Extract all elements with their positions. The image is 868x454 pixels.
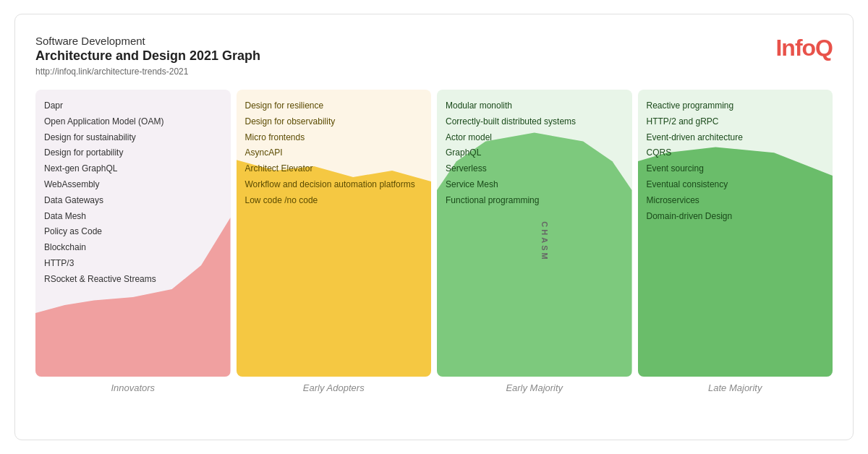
list-item: Service Mesh bbox=[446, 179, 624, 191]
header-url: http://infoq.link/architecture-trends-20… bbox=[35, 67, 833, 77]
list-item: Serverless bbox=[446, 163, 624, 175]
column-innovators: DaprOpen Application Model (OAM)Design f… bbox=[35, 90, 231, 393]
column-early-majority: CHASM Modular monolithCorrectly-built di… bbox=[437, 90, 632, 393]
early-majority-label: Early Majority bbox=[437, 382, 632, 393]
list-item: Actor model bbox=[446, 132, 624, 144]
header-line2: Architecture and Design 2021 Graph bbox=[35, 48, 833, 64]
late-majority-label: Late Majority bbox=[638, 382, 833, 393]
list-item: Correctly-built distributed systems bbox=[446, 116, 624, 128]
list-item: Architect Elevator bbox=[245, 163, 423, 175]
chart-area: DaprOpen Application Model (OAM)Design f… bbox=[35, 90, 833, 393]
early-adopters-content: Design for resilienceDesign for observab… bbox=[237, 90, 432, 377]
innovators-content: DaprOpen Application Model (OAM)Design f… bbox=[35, 90, 231, 377]
list-item: Modular monolith bbox=[446, 100, 624, 112]
list-item: Policy as Code bbox=[44, 226, 222, 238]
late-majority-items: Reactive programmingHTTP/2 and gRPCEvent… bbox=[638, 90, 833, 232]
list-item: CQRS bbox=[647, 147, 825, 159]
list-item: RSocket & Reactive Streams bbox=[44, 273, 222, 286]
list-item: WebAssembly bbox=[44, 179, 222, 191]
list-item: Data Gateways bbox=[44, 194, 222, 207]
early-majority-content: Modular monolithCorrectly-built distribu… bbox=[437, 90, 632, 377]
list-item: Event sourcing bbox=[647, 163, 825, 175]
list-item: Eventual consistency bbox=[647, 179, 825, 191]
list-item: Open Application Model (OAM) bbox=[44, 116, 222, 128]
list-item: Reactive programming bbox=[647, 100, 825, 112]
list-item: Blockchain bbox=[44, 241, 222, 254]
list-item: Event-driven architecture bbox=[647, 132, 825, 144]
column-late-majority: Reactive programmingHTTP/2 and gRPCEvent… bbox=[638, 90, 833, 393]
list-item: Workflow and decision automation platfor… bbox=[245, 179, 423, 191]
column-early-adopters: Design for resilienceDesign for observab… bbox=[237, 90, 432, 393]
list-item: Microservices bbox=[647, 194, 825, 207]
innovators-items: DaprOpen Application Model (OAM)Design f… bbox=[35, 90, 231, 296]
logo-text1: Info bbox=[775, 35, 815, 61]
early-adopters-label: Early Adopters bbox=[237, 382, 432, 393]
chart-container: Software Development Architecture and De… bbox=[14, 14, 854, 440]
list-item: Domain-driven Design bbox=[647, 210, 825, 223]
list-item: HTTP/3 bbox=[44, 257, 222, 270]
list-item: Low code /no code bbox=[245, 194, 423, 207]
header-line1: Software Development bbox=[35, 35, 833, 47]
list-item: HTTP/2 and gRPC bbox=[647, 116, 825, 128]
early-adopters-items: Design for resilienceDesign for observab… bbox=[237, 90, 432, 217]
list-item: Functional programming bbox=[446, 194, 624, 207]
logo-text2: Q bbox=[815, 35, 833, 61]
list-item: Data Mesh bbox=[44, 210, 222, 223]
late-majority-content: Reactive programmingHTTP/2 and gRPCEvent… bbox=[638, 90, 833, 377]
list-item: Design for sustainability bbox=[44, 132, 222, 144]
innovators-label: Innovators bbox=[35, 382, 231, 393]
list-item: GraphQL bbox=[446, 147, 624, 159]
list-item: Dapr bbox=[44, 100, 222, 112]
list-item: AsyncAPI bbox=[245, 147, 423, 159]
list-item: Design for resilience bbox=[245, 100, 423, 112]
list-item: Design for portability bbox=[44, 147, 222, 159]
header: Software Development Architecture and De… bbox=[35, 35, 833, 77]
early-majority-items: Modular monolithCorrectly-built distribu… bbox=[437, 90, 632, 217]
list-item: Micro frontends bbox=[245, 132, 423, 144]
infoq-logo: InfoQ bbox=[775, 35, 833, 61]
list-item: Next-gen GraphQL bbox=[44, 163, 222, 175]
list-item: Design for observability bbox=[245, 116, 423, 128]
chasm-label: CHASM bbox=[540, 221, 548, 261]
